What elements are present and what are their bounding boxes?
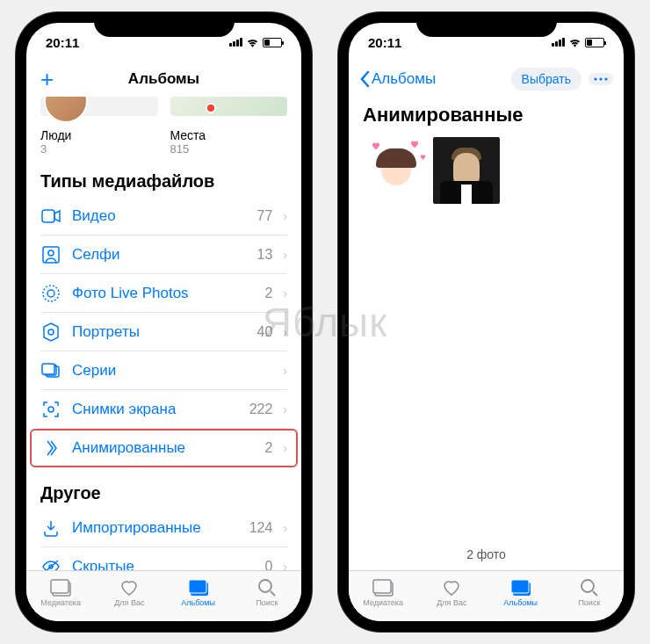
svg-point-5 (48, 329, 54, 335)
svg-rect-1 (43, 247, 59, 263)
row-count: 13 (257, 247, 273, 263)
search-icon (256, 578, 278, 597)
row-animated[interactable]: Анимированные 2 › (40, 429, 287, 467)
tab-library[interactable]: Медиатека (26, 571, 95, 614)
tab-for-you[interactable]: Для Вас (95, 571, 163, 614)
battery-icon (585, 38, 604, 47)
svg-rect-0 (42, 210, 54, 222)
album-count: 815 (170, 142, 288, 156)
row-label: Импортированные (72, 519, 239, 537)
albums-icon (509, 578, 532, 597)
nav-bar: Альбомы Выбрать (349, 62, 624, 97)
section-media-types: Типы медиафайлов (40, 171, 287, 192)
row-count: 0 (264, 559, 272, 571)
tab-label: Поиск (256, 598, 278, 607)
notch (94, 12, 235, 37)
tab-bar: Медиатека Для Вас Альбомы Поиск (349, 570, 624, 621)
row-label: Фото Live Photos (72, 285, 254, 302)
row-count: 2 (264, 440, 272, 456)
more-button[interactable] (589, 73, 613, 85)
tab-albums[interactable]: Альбомы (487, 571, 555, 614)
chevron-right-icon: › (283, 325, 287, 339)
album-places[interactable]: Места 815 (170, 97, 288, 156)
chevron-right-icon: › (283, 248, 287, 262)
tab-search[interactable]: Поиск (555, 571, 624, 614)
selfie-icon (40, 244, 61, 265)
chevron-right-icon: › (283, 441, 287, 455)
album-title: Анимированные (363, 104, 610, 127)
album-people[interactable]: Люди 3 (40, 97, 158, 156)
svg-point-25 (581, 580, 594, 592)
notch (416, 12, 557, 37)
chevron-right-icon: › (283, 560, 287, 571)
tab-library[interactable]: Медиатека (349, 571, 417, 614)
library-icon (49, 578, 72, 597)
video-icon (40, 206, 61, 227)
tab-label: Медиатека (40, 598, 81, 607)
row-selfies[interactable]: Селфи 13 › (40, 235, 287, 274)
nav-bar: + Альбомы (26, 62, 301, 97)
album-label: Места (170, 128, 288, 142)
chevron-right-icon: › (283, 364, 287, 378)
hidden-icon (40, 556, 61, 571)
row-label: Анимированные (72, 439, 254, 457)
row-imports[interactable]: Импортированные 124 › (40, 509, 287, 547)
svg-point-9 (48, 407, 54, 412)
back-button[interactable]: Альбомы (359, 70, 436, 88)
status-time: 20:11 (46, 35, 79, 50)
portrait-icon (40, 322, 61, 343)
tab-label: Поиск (578, 598, 600, 607)
row-hidden[interactable]: Скрытые 0 › (40, 547, 287, 570)
back-label: Альбомы (372, 70, 436, 88)
tab-label: Для Вас (114, 598, 144, 607)
row-count: 40 (257, 324, 273, 340)
photo-thumbnail-1[interactable] (363, 137, 430, 204)
svg-rect-15 (189, 580, 206, 593)
map-thumbnail (170, 97, 288, 116)
for-you-icon (440, 578, 463, 597)
svg-point-4 (43, 286, 59, 301)
row-count: 124 (249, 520, 273, 536)
tab-label: Альбомы (181, 598, 215, 607)
svg-point-20 (604, 77, 607, 80)
add-button[interactable]: + (40, 68, 54, 90)
battery-icon (263, 38, 282, 47)
status-time: 20:11 (368, 35, 401, 50)
select-button[interactable]: Выбрать (511, 68, 581, 90)
svg-line-17 (271, 591, 275, 596)
svg-line-26 (593, 591, 597, 596)
burst-icon (40, 360, 61, 381)
svg-rect-13 (51, 580, 69, 593)
row-label: Серии (72, 362, 262, 380)
svg-point-19 (599, 77, 602, 80)
for-you-icon (118, 578, 141, 597)
row-bursts[interactable]: Серии › (40, 351, 287, 390)
row-portraits[interactable]: Портреты 40 › (40, 313, 287, 351)
chevron-left-icon (359, 70, 370, 88)
row-screenshots[interactable]: Снимки экрана 222 › (40, 390, 287, 429)
row-count: 222 (249, 402, 273, 417)
tab-search[interactable]: Поиск (233, 571, 301, 614)
chevron-right-icon: › (283, 209, 287, 223)
svg-rect-8 (42, 364, 54, 374)
row-count: 2 (264, 286, 272, 301)
tab-bar: Медиатека Для Вас Альбомы Поиск (26, 570, 301, 621)
screenshot-icon (40, 399, 61, 420)
ellipsis-icon (594, 77, 608, 81)
photo-thumbnail-2[interactable] (433, 137, 500, 204)
row-videos[interactable]: Видео 77 › (40, 197, 287, 235)
row-live-photos[interactable]: Фото Live Photos 2 › (40, 274, 287, 313)
row-label: Скрытые (72, 558, 254, 571)
search-icon (578, 578, 601, 597)
chevron-right-icon: › (283, 402, 287, 416)
tab-albums[interactable]: Альбомы (164, 571, 233, 614)
people-avatar (44, 97, 88, 123)
import-icon (40, 517, 61, 539)
albums-icon (187, 578, 210, 597)
svg-rect-24 (511, 580, 529, 593)
phone-right: 20:11 Альбомы Выбрать (338, 12, 634, 632)
row-label: Снимки экрана (72, 401, 239, 418)
photo-count-footer: 2 фото (349, 539, 624, 570)
tab-for-you[interactable]: Для Вас (417, 571, 486, 614)
wifi-icon (246, 37, 259, 47)
